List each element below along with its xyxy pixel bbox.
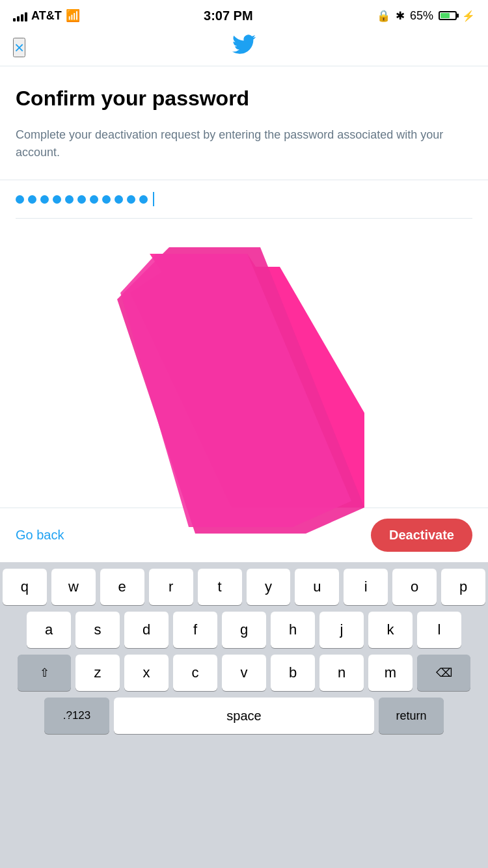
dot-1 [16,195,24,204]
dot-3 [40,195,49,204]
key-b[interactable]: b [271,655,315,691]
status-left: AT&T 📶 [13,8,80,23]
key-n[interactable]: n [319,655,364,691]
key-e[interactable]: e [100,569,144,605]
key-f[interactable]: f [173,612,217,648]
key-y[interactable]: y [247,569,291,605]
status-right: 🔒 ✱ 65% ⚡ [377,9,475,23]
bluetooth-icon: ✱ [396,9,405,23]
key-a[interactable]: a [27,612,71,648]
dot-10 [127,195,135,204]
key-z[interactable]: z [75,655,120,691]
dot-8 [102,195,111,204]
text-cursor [153,192,154,206]
main-content: Confirm your password Complete your deac… [0,66,488,219]
key-q[interactable]: q [3,569,47,605]
shift-key[interactable]: ⇧ [18,655,71,691]
key-v[interactable]: v [222,655,266,691]
key-c[interactable]: c [173,655,217,691]
space-key[interactable]: space [114,698,374,734]
key-m[interactable]: m [368,655,413,691]
battery-icon [439,11,457,20]
deactivate-button[interactable]: Deactivate [371,519,472,552]
key-i[interactable]: i [344,569,388,605]
key-o[interactable]: o [392,569,437,605]
key-x[interactable]: x [124,655,169,691]
key-p[interactable]: p [441,569,485,605]
svg-marker-4 [120,254,351,527]
keyboard-row-3: ⇧ z x c v b n m ⌫ [3,655,485,691]
dot-2 [28,195,36,204]
dot-7 [90,195,98,204]
close-button[interactable]: × [13,38,25,57]
signal-icon [13,10,27,21]
key-d[interactable]: d [124,612,169,648]
key-w[interactable]: w [51,569,96,605]
backspace-key[interactable]: ⌫ [417,655,470,691]
carrier-label: AT&T [31,9,62,23]
arrow-annotation [130,254,364,530]
go-back-button[interactable]: Go back [16,528,64,543]
svg-marker-0 [150,254,364,501]
charging-icon: ⚡ [462,10,475,22]
dot-6 [77,195,86,204]
key-l[interactable]: l [417,612,461,648]
numbers-key[interactable]: .?123 [44,698,109,734]
key-j[interactable]: j [319,612,364,648]
action-bar: Go back Deactivate [0,508,488,562]
battery-percent: 65% [410,9,433,23]
keyboard-row-4: .?123 space return [3,698,485,734]
svg-marker-3 [117,247,364,534]
twitter-logo [232,33,256,62]
page-title: Confirm your password [16,86,472,111]
svg-marker-2 [130,267,364,527]
nav-bar: × [0,29,488,66]
keyboard-row-1: q w e r t y u i o p [3,569,485,605]
password-field[interactable] [16,180,472,219]
page-description: Complete your deactivation request by en… [16,126,472,161]
key-g[interactable]: g [222,612,266,648]
lock-icon: 🔒 [377,9,390,23]
wifi-icon: 📶 [66,8,80,23]
dot-11 [139,195,148,204]
keyboard: q w e r t y u i o p a s d f g h j k l ⇧ … [0,562,488,868]
key-r[interactable]: r [149,569,193,605]
key-k[interactable]: k [368,612,413,648]
time-label: 3:07 PM [204,8,253,23]
keyboard-row-2: a s d f g h j k l [3,612,485,648]
key-u[interactable]: u [295,569,339,605]
key-h[interactable]: h [271,612,315,648]
dot-5 [65,195,74,204]
password-dots [16,192,472,206]
dot-4 [53,195,61,204]
key-s[interactable]: s [75,612,120,648]
status-bar: AT&T 📶 3:07 PM 🔒 ✱ 65% ⚡ [0,0,488,29]
annotation-arrow [117,247,364,536]
return-key[interactable]: return [379,698,444,734]
dot-9 [115,195,123,204]
key-t[interactable]: t [198,569,242,605]
